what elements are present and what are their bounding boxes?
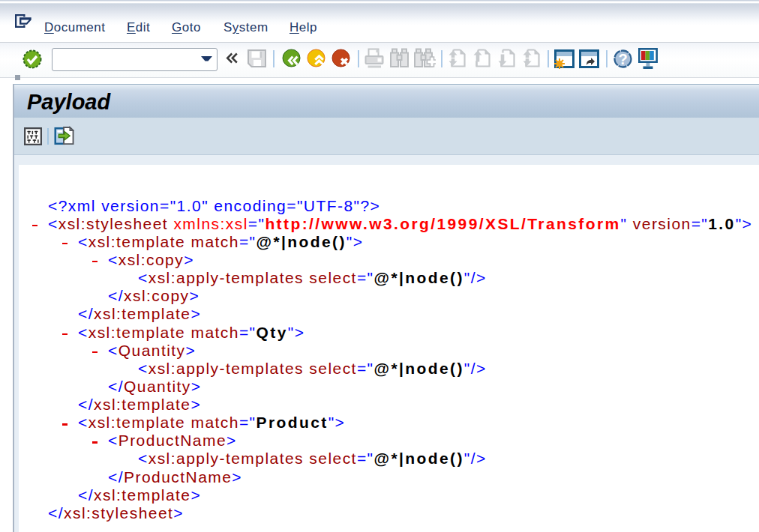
svg-text:?: ? bbox=[618, 51, 627, 67]
